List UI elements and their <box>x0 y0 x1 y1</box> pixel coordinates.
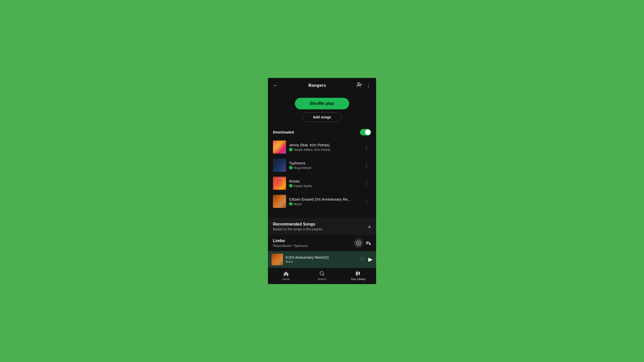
queue-icon <box>365 240 371 246</box>
song-more-button[interactable]: ⋮ <box>362 143 371 151</box>
queue-button[interactable] <box>365 240 371 246</box>
song-artist-row: Studio Killers, Kim Petras <box>289 148 362 152</box>
home-svg <box>283 270 289 277</box>
recommended-header: Recommended Songs Based on the songs in … <box>273 222 371 231</box>
search-label: Search <box>318 278 327 281</box>
svg-point-0 <box>358 83 359 84</box>
add-to-playlist-button[interactable] <box>354 239 363 248</box>
recommended-section: Recommended Songs Based on the songs in … <box>268 218 376 235</box>
add-user-icon[interactable] <box>356 82 362 89</box>
song-artist-row: Muse <box>289 202 362 206</box>
now-playing-art <box>271 254 283 265</box>
song-artist-row: Royal Blood <box>289 166 362 170</box>
search-icon <box>319 270 325 278</box>
nav-item-home[interactable]: Home <box>268 268 304 284</box>
now-playing-bar[interactable]: d (XX Anniversary RemiXX) Muse ♡ ▶ <box>268 251 376 268</box>
search-svg <box>319 270 325 277</box>
svg-point-9 <box>369 243 371 245</box>
home-icon <box>283 270 289 278</box>
add-songs-section: Add songs <box>268 112 376 127</box>
library-svg <box>355 270 361 277</box>
recommended-text-block: Recommended Songs Based on the songs in … <box>273 222 322 231</box>
downloaded-toggle[interactable] <box>360 129 371 135</box>
now-playing-name: d (XX Anniversary RemiXX) <box>286 255 358 259</box>
song-art-typhoons <box>273 159 286 172</box>
song-list: Jenny (feat. Kim Petras) Studio Killers,… <box>268 138 376 218</box>
recommended-song-item[interactable]: Limbo Royal Blood • Typhoons <box>268 235 376 251</box>
nav-item-library[interactable]: Your Library <box>340 268 376 284</box>
play-button[interactable]: ▶ <box>368 256 373 263</box>
nav-item-search[interactable]: Search <box>304 268 340 284</box>
svg-rect-7 <box>366 243 369 243</box>
like-button[interactable]: ♡ <box>360 256 365 262</box>
song-artist: Kawai Sprite <box>294 184 312 188</box>
song-more-button[interactable]: ⋮ <box>362 179 371 187</box>
song-info: Jenny (feat. Kim Petras) Studio Killers,… <box>289 143 362 152</box>
downloaded-row: Downloaded <box>268 127 376 138</box>
song-item[interactable]: Typhoons Royal Blood ⋮ <box>268 156 376 174</box>
song-name: Roses <box>289 179 362 183</box>
song-more-button[interactable]: ⋮ <box>362 197 371 205</box>
song-item[interactable]: Jenny (feat. Kim Petras) Studio Killers,… <box>268 138 376 156</box>
now-playing-artist: Muse <box>286 260 358 263</box>
collapse-icon[interactable]: ∧ <box>368 224 371 229</box>
header: ← Bangers ⋮ <box>268 78 376 93</box>
toggle-knob <box>365 129 371 135</box>
song-art-citizen <box>273 195 286 208</box>
song-name: Jenny (feat. Kim Petras) <box>289 143 362 147</box>
song-artist: Royal Blood <box>294 166 311 170</box>
back-button[interactable]: ← <box>273 82 278 88</box>
recommended-song-artist: Royal Blood • Typhoons <box>273 244 354 248</box>
add-queue-icon <box>356 241 361 246</box>
downloaded-indicator <box>289 148 293 151</box>
page-title: Bangers <box>308 83 326 88</box>
recommended-song-info: Limbo Royal Blood • Typhoons <box>273 239 354 248</box>
song-info: Citizen Erased (XX Anniversary Re... Mus… <box>289 197 362 206</box>
downloaded-indicator <box>289 184 293 188</box>
song-more-button[interactable]: ⋮ <box>362 161 371 169</box>
bottom-nav: Home Search Your Library <box>268 268 376 284</box>
recommended-title: Recommended Songs <box>273 222 322 227</box>
now-playing-info: d (XX Anniversary RemiXX) Muse <box>286 255 358 263</box>
svg-point-11 <box>320 272 324 275</box>
home-label: Home <box>282 278 290 281</box>
song-art-roses <box>273 177 286 190</box>
svg-rect-13 <box>356 272 357 276</box>
library-icon <box>355 270 361 278</box>
song-name: Citizen Erased (XX Anniversary Re... <box>289 197 362 201</box>
song-item[interactable]: Citizen Erased (XX Anniversary Re... Mus… <box>268 192 376 210</box>
shuffle-play-button[interactable]: Shuffle play <box>295 98 349 109</box>
song-info: Roses Kawai Sprite <box>289 179 362 188</box>
song-name: Typhoons <box>289 161 362 165</box>
add-songs-button[interactable]: Add songs <box>303 112 341 122</box>
song-artist: Muse <box>294 202 302 206</box>
song-info: Typhoons Royal Blood <box>289 161 362 170</box>
recommended-actions <box>354 239 371 248</box>
downloaded-indicator <box>289 166 293 169</box>
svg-rect-14 <box>357 272 358 276</box>
shuffle-section: Shuffle play <box>268 93 376 112</box>
now-playing-actions: ♡ ▶ <box>360 256 373 263</box>
recommended-subtitle: Based on the songs in this playlist <box>273 227 322 231</box>
phone-container: ← Bangers ⋮ Shuffle play Add songs Downl… <box>268 78 376 284</box>
song-art-jenny <box>273 141 286 154</box>
downloaded-label: Downloaded <box>273 130 294 134</box>
song-artist-row: Kawai Sprite <box>289 184 362 188</box>
more-options-icon[interactable]: ⋮ <box>366 82 371 88</box>
recommended-song-name: Limbo <box>273 239 354 243</box>
song-item[interactable]: Roses Kawai Sprite ⋮ <box>268 174 376 192</box>
library-label: Your Library <box>351 278 366 281</box>
svg-rect-8 <box>366 244 368 244</box>
downloaded-indicator <box>289 202 293 206</box>
song-artist: Studio Killers, Kim Petras <box>294 148 331 152</box>
svg-line-12 <box>323 275 324 276</box>
svg-rect-6 <box>366 242 369 242</box>
